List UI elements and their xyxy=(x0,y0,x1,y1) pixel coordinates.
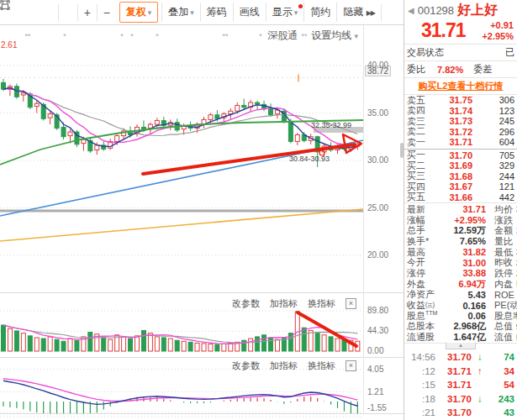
svg-text:*: * xyxy=(259,32,262,40)
prev-stock-arrow-icon[interactable]: ◀ xyxy=(408,6,414,15)
trade-status-value: 已 xyxy=(505,46,514,59)
price-change-pct: +2.95% xyxy=(482,31,514,42)
axis-tick-label: 20.00 xyxy=(367,250,388,260)
stat-row-4: 换手*7.65%量比 xyxy=(404,236,517,247)
tick-list[interactable]: 14:5631.70↓74:1231.71↑34:1531.7154:1831.… xyxy=(404,350,517,420)
tick-row-3: :1531.7154 xyxy=(404,378,517,392)
sell-row-5: 卖一31.71604 xyxy=(404,137,517,148)
svg-text:*: * xyxy=(156,32,159,40)
price-change: +0.91 xyxy=(482,20,514,31)
stat-row-11: 股息TTM0.06股息率TTM0 xyxy=(404,311,517,322)
macd-switch-indicator-link[interactable]: 换指标 xyxy=(308,360,335,372)
axis-tick-label: 4.05 xyxy=(367,365,383,374)
weibi-label: 委比 xyxy=(407,63,425,76)
axis-tick-label: -1.55 xyxy=(367,403,387,412)
quote-panel: ◀ 001298 好上好 31.71 +0.91 +2.95% 交易状态 已 委… xyxy=(404,0,517,420)
toolbar-button-7[interactable]: 隐藏 ▶▶ xyxy=(336,3,381,22)
toolbar-button-2[interactable]: 叠加▾ xyxy=(161,3,200,22)
panel-divider xyxy=(0,357,404,358)
tick-row-4: :1831.70↓243 xyxy=(404,391,517,406)
zoom-out-button[interactable]: − xyxy=(97,4,116,21)
tick-row-1: 14:5631.70↓74 xyxy=(404,350,517,365)
buy-row-5: 买五31.66442 xyxy=(404,192,517,203)
volume-close-icon[interactable]: × xyxy=(346,298,356,309)
svg-text:*: * xyxy=(63,32,66,40)
weicha-label: 委差 xyxy=(473,63,492,76)
market-tag: 深股通 xyxy=(267,29,298,43)
corner-price-label: 2.61 xyxy=(1,40,17,50)
axis-tick-label: 44.30 xyxy=(367,326,388,335)
stat-row-8: 外盘6.94万内盘5. xyxy=(404,279,517,290)
toolbar-button-1[interactable]: 复权▾ xyxy=(119,2,159,23)
svg-text:*: * xyxy=(120,32,124,40)
volume-switch-indicator-link[interactable]: 换指标 xyxy=(308,297,335,310)
sell-queue: 卖五31.75306卖四31.74123卖三31.73245卖二31.72296… xyxy=(404,95,517,148)
zone-lower-label: 30.84-30.93 xyxy=(289,155,330,163)
panel-divider xyxy=(0,292,404,293)
macd-add-indicator-link[interactable]: 加指标 xyxy=(270,360,298,372)
zone-upper-label: 32.35-32.99 xyxy=(311,121,351,129)
weibi-value: 7.82% xyxy=(437,65,463,75)
stock-name: 好上好 xyxy=(457,2,498,19)
stat-row-13: 流通股1.647亿流值52. xyxy=(404,332,517,343)
stat-row-1: 最新31.71均价3 xyxy=(404,204,517,215)
stat-row-12: 总股本2.968亿总值94. xyxy=(404,322,517,333)
volume-panel-header: 改参数 加指标 换指标 × xyxy=(232,297,356,310)
axis-tick-label: 40.00 xyxy=(367,60,388,70)
zoom-in-button[interactable]: + xyxy=(77,4,97,21)
buy-queue: 买一31.70705买二31.69329买三31.68244买四31.67121… xyxy=(404,150,517,203)
fullscreen-icon[interactable] xyxy=(381,4,400,21)
stat-row-6: 今开31.00昨收3 xyxy=(404,257,517,268)
axis-tick-label: 30.00 xyxy=(367,155,388,165)
stat-row-5: 最高31.82最低3 xyxy=(404,247,517,258)
chart-toolbar: + − 复权▾叠加▾筹码画线显示▾简约隐藏 ▶▶ xyxy=(0,0,404,25)
stat-row-9: 净资产5.43ROE3 xyxy=(404,290,517,301)
toolbar-button-5[interactable]: 显示▾ xyxy=(266,3,304,22)
axis-tick-label: 25.00 xyxy=(367,203,388,213)
lock-icon[interactable] xyxy=(58,4,77,21)
stat-row-10: 收益㈢0.166PE(动)*14 xyxy=(404,300,517,311)
ma-setting-dropdown[interactable]: 设置均线 ▾ xyxy=(311,29,358,43)
stat-row-3: 总手12.59万金额3. xyxy=(404,225,517,236)
volume-add-indicator-link[interactable]: 加指标 xyxy=(270,297,298,310)
svg-text:**: ** xyxy=(222,32,229,40)
panel-divider xyxy=(0,413,404,414)
last-price: 31.71 xyxy=(421,19,466,42)
axis-divider xyxy=(363,25,364,413)
macd-close-icon[interactable]: × xyxy=(346,360,356,371)
tick-row-5: :2131.7043 xyxy=(404,406,517,420)
trade-status-label: 交易状态 xyxy=(407,46,444,59)
svg-text:*: * xyxy=(130,32,134,40)
stock-code: 001298 xyxy=(418,4,454,17)
axis-tick-label: 0.00 xyxy=(367,346,383,355)
tick-row-2: :1231.71↑34 xyxy=(404,364,517,378)
chart-area: ************* + − 复权▾叠加▾筹码画线显示▾简约隐藏 ▶▶ 深… xyxy=(0,0,404,420)
macd-panel-header: 改参数 加指标 换指标 × xyxy=(232,360,356,372)
axis-tick-label: 35.00 xyxy=(367,108,388,118)
stat-row-7: 涨停33.88跌停2 xyxy=(404,268,517,279)
chart-subbar: 深股通 设置均线 ▾ xyxy=(267,29,358,43)
axis-tick-label: 89.80 xyxy=(367,306,388,315)
buy-l2-link[interactable]: 购买L2查看十档行情 xyxy=(419,81,504,91)
collapse-tab[interactable]: ▲ xyxy=(446,343,476,349)
axis-tick-label: 1.21 xyxy=(367,387,383,396)
toolbar-button-4[interactable]: 画线 xyxy=(233,3,266,22)
macd-change-params-link[interactable]: 改参数 xyxy=(232,360,260,372)
toolbar-button-6[interactable]: 简约 xyxy=(303,3,336,22)
stats-grid: 最新31.71均价3涨幅+2.95%涨跌▲总手12.59万金额3.换手*7.65… xyxy=(404,202,517,343)
toolbar-button-3[interactable]: 筹码 xyxy=(200,3,233,22)
svg-text:**: ** xyxy=(24,32,31,40)
stat-row-2: 涨幅+2.95%涨跌▲ xyxy=(404,215,517,226)
volume-change-params-link[interactable]: 改参数 xyxy=(232,297,260,310)
